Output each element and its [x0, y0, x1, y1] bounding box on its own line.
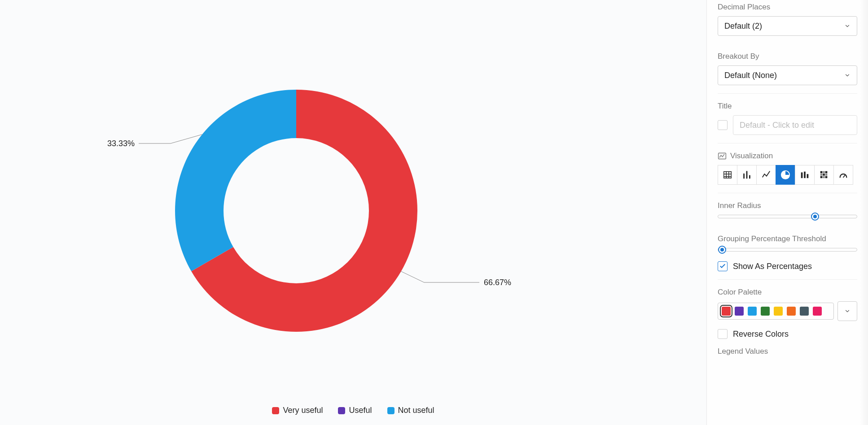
svg-rect-5	[820, 173, 823, 176]
title-label: Title	[718, 102, 857, 111]
visualization-label: Visualization	[730, 152, 773, 160]
title-input[interactable]: Default - Click to edit	[733, 115, 857, 135]
svg-rect-2	[820, 171, 823, 173]
decimal-places-label: Decimal Places	[718, 3, 857, 12]
color-palette-label: Color Palette	[718, 288, 857, 297]
chart-legend: Very useful Useful Not useful	[0, 406, 706, 415]
legend-swatch	[338, 407, 345, 414]
viz-gauge-button[interactable]	[833, 165, 853, 185]
bar-chart-icon	[742, 170, 752, 180]
legend-item-very-useful[interactable]: Very useful	[272, 406, 323, 415]
svg-rect-7	[825, 173, 828, 176]
palette-swatch-6[interactable]	[800, 307, 809, 316]
breakout-by-value: Default (None)	[724, 71, 777, 80]
viz-line-button[interactable]	[756, 165, 776, 185]
legend-label: Very useful	[283, 406, 323, 415]
settings-sidebar: Decimal Places Default (2) Breakout By D…	[706, 0, 868, 425]
pct-label-left: 33.33%	[107, 139, 135, 148]
svg-rect-9	[823, 176, 825, 178]
show-as-percentages-checkbox[interactable]	[718, 261, 728, 271]
visualization-type-row	[718, 165, 857, 185]
inner-radius-label: Inner Radius	[718, 201, 857, 210]
chart-canvas: 66.67% 33.33% Very useful Useful Not use…	[0, 0, 706, 425]
viz-heatmap-button[interactable]	[814, 165, 834, 185]
legend-label: Not useful	[398, 406, 434, 415]
svg-rect-4	[825, 171, 828, 173]
stacked-bar-icon	[800, 170, 810, 180]
reverse-colors-checkbox[interactable]	[718, 329, 728, 339]
decimal-places-value: Default (2)	[724, 22, 762, 31]
visualization-icon	[718, 152, 727, 160]
svg-rect-6	[823, 173, 825, 176]
title-placeholder: Default - Click to edit	[740, 121, 814, 130]
viz-table-button[interactable]	[718, 165, 737, 185]
heatmap-icon	[819, 170, 829, 180]
legend-swatch	[272, 407, 279, 414]
line-chart-icon	[761, 170, 771, 180]
legend-label: Useful	[349, 406, 372, 415]
show-as-percentages-label: Show As Percentages	[733, 262, 812, 271]
viz-pie-button[interactable]	[776, 165, 795, 185]
grouping-threshold-slider[interactable]	[718, 248, 857, 252]
palette-swatch-2[interactable]	[748, 307, 757, 316]
legend-swatch	[387, 407, 395, 414]
pie-chart-icon	[780, 170, 790, 180]
leader-line-left	[139, 134, 202, 143]
chevron-down-icon	[844, 72, 850, 78]
title-enable-checkbox[interactable]	[718, 120, 728, 130]
legend-item-useful[interactable]: Useful	[338, 406, 372, 415]
donut-chart-svg: 66.67% 33.33%	[0, 0, 706, 425]
breakout-by-label: Breakout By	[718, 52, 857, 61]
gauge-icon	[838, 170, 848, 180]
grouping-threshold-label: Grouping Percentage Threshold	[718, 234, 857, 243]
palette-swatch-3[interactable]	[761, 307, 770, 316]
svg-rect-8	[820, 176, 823, 178]
palette-swatch-5[interactable]	[787, 307, 796, 316]
palette-swatch-4[interactable]	[774, 307, 783, 316]
legend-item-not-useful[interactable]: Not useful	[387, 406, 434, 415]
chevron-down-icon	[844, 23, 850, 29]
sidebar-scroll-shadow	[860, 0, 868, 425]
palette-dropdown-button[interactable]	[837, 301, 857, 321]
decimal-places-select[interactable]: Default (2)	[718, 16, 857, 36]
legend-values-label: Legend Values	[718, 347, 857, 356]
inner-radius-slider[interactable]	[718, 215, 857, 218]
pct-label-right: 66.67%	[484, 278, 511, 287]
svg-rect-10	[825, 176, 828, 178]
svg-rect-3	[823, 171, 825, 173]
palette-swatch-7[interactable]	[813, 307, 822, 316]
breakout-by-select[interactable]: Default (None)	[718, 65, 857, 85]
color-palette-box	[718, 303, 834, 320]
donut-slice-not-useful	[175, 90, 296, 271]
palette-swatch-1[interactable]	[735, 307, 744, 316]
palette-swatch-0[interactable]	[722, 307, 731, 316]
leader-line-right	[401, 271, 479, 282]
table-icon	[723, 170, 732, 180]
chevron-down-icon	[844, 308, 850, 314]
viz-stacked-button[interactable]	[795, 165, 815, 185]
viz-bar-button[interactable]	[737, 165, 757, 185]
reverse-colors-label: Reverse Colors	[733, 330, 789, 339]
